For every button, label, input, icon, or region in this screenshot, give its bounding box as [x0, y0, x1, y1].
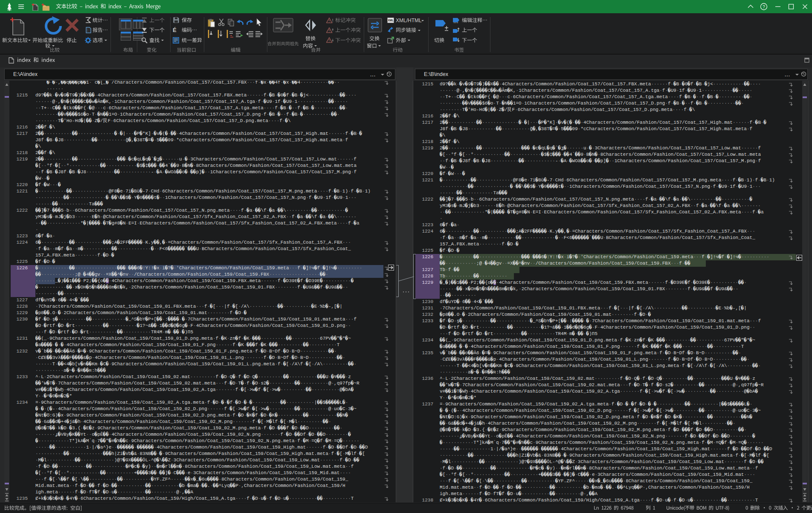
- svg-text:XML: XML: [388, 19, 394, 22]
- svg-text:?: ?: [763, 5, 765, 9]
